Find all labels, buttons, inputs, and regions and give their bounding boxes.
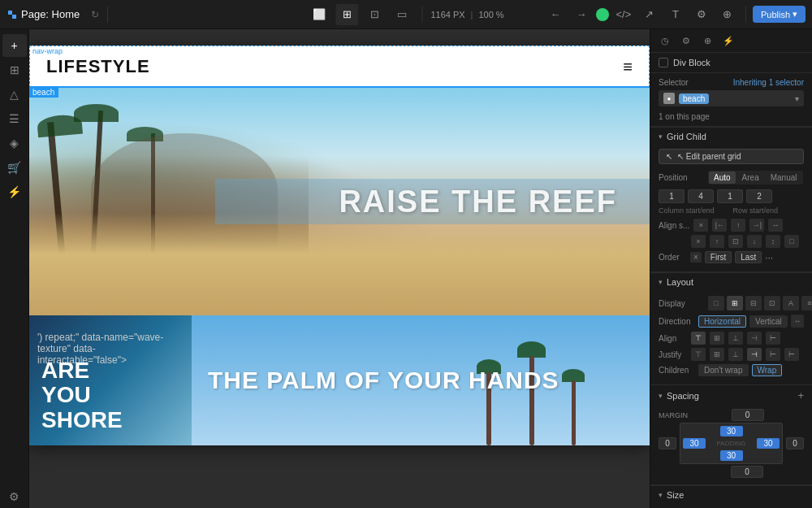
- text-btn[interactable]: T: [664, 4, 687, 25]
- canvas-frame: nav-wrap LIFESTYLE ≡ beach ⊞: [29, 46, 650, 445]
- frame-view-btn[interactable]: ⬜: [308, 4, 330, 25]
- align-top-btn[interactable]: ↑: [710, 235, 724, 248]
- connect-btn[interactable]: ⊕: [716, 4, 739, 25]
- align-row: Align ⊤ ⊞ ⊥ ⊣ ⊢: [659, 330, 804, 346]
- sidebar-item-interactions[interactable]: ⚡: [2, 180, 27, 203]
- position-manual-btn[interactable]: Manual: [766, 172, 802, 184]
- sidebar-item-add[interactable]: +: [2, 34, 27, 57]
- canvas-area[interactable]: nav-wrap LIFESTYLE ≡ beach ⊞: [29, 29, 650, 508]
- display-inline-btn[interactable]: A: [783, 296, 799, 310]
- margin-top-input[interactable]: [732, 409, 764, 421]
- panel-tool-bolt[interactable]: ⚡: [719, 32, 738, 50]
- margin-top-row: MARGIN: [659, 409, 804, 421]
- redo-btn[interactable]: →: [570, 4, 593, 25]
- justify-start-btn[interactable]: ⊤: [691, 348, 706, 361]
- padding-top-input[interactable]: [720, 426, 743, 436]
- export-btn[interactable]: ↗: [638, 4, 661, 25]
- align-x-btn[interactable]: ×: [693, 219, 708, 232]
- order-more-btn[interactable]: ···: [765, 252, 773, 263]
- justify-around-btn[interactable]: ⊢: [766, 348, 780, 361]
- align-x2-btn[interactable]: ×: [691, 235, 706, 248]
- grid-col-end[interactable]: [688, 189, 714, 203]
- display-grid-btn[interactable]: ⊟: [745, 296, 762, 310]
- align-end-btn[interactable]: ⊥: [728, 332, 743, 345]
- tablet-view-btn[interactable]: ▭: [391, 4, 413, 25]
- publish-button[interactable]: Publish ▾: [753, 6, 806, 23]
- align-label: Align: [659, 334, 687, 343]
- align-start-btn[interactable]: ⊤: [691, 332, 706, 345]
- undo-btn[interactable]: ←: [544, 4, 567, 25]
- beach-section[interactable]: beach ⊞: [29, 88, 650, 315]
- panel-tool-style[interactable]: ◷: [655, 32, 675, 50]
- sidebar-item-layers[interactable]: ⊞: [2, 59, 27, 81]
- no-wrap-btn[interactable]: Don't wrap: [698, 364, 749, 376]
- align-mid-btn[interactable]: ⊡: [728, 235, 743, 248]
- grid-left-title: ARE YOU SHORE: [41, 358, 123, 433]
- justify-between-btn[interactable]: ⊣: [747, 348, 762, 361]
- settings-btn[interactable]: ⚙: [690, 4, 713, 25]
- wrap-btn[interactable]: Wrap: [752, 364, 783, 376]
- direction-vertical-btn[interactable]: Vertical: [749, 315, 788, 328]
- edit-parent-grid-btn[interactable]: ↖ ↖ Edit parent grid: [659, 149, 804, 164]
- align-str2-btn[interactable]: ⊣: [747, 332, 762, 345]
- hamburger-icon[interactable]: ≡: [623, 58, 633, 76]
- spacing-add-btn[interactable]: +: [797, 389, 804, 402]
- sidebar-item-ecommerce[interactable]: 🛒: [2, 156, 27, 179]
- position-area-btn[interactable]: Area: [737, 172, 764, 184]
- align-start-x-btn[interactable]: |←: [712, 219, 727, 232]
- panel-tool-link[interactable]: ⊕: [698, 32, 717, 50]
- sidebar-item-components[interactable]: ◈: [2, 132, 27, 154]
- direction-toggle-btn[interactable]: ↔: [791, 315, 804, 328]
- position-auto-btn[interactable]: Auto: [709, 172, 736, 184]
- grid-child-header[interactable]: ▾ Grid Child: [650, 127, 812, 145]
- separator: [107, 7, 108, 23]
- margin-left-input[interactable]: [659, 437, 676, 449]
- spacing-header[interactable]: ▾ Spacing +: [650, 385, 812, 406]
- inherit-label[interactable]: Inheriting 1 selector: [733, 78, 804, 87]
- margin-top-val: [691, 409, 804, 421]
- display-label: Display: [659, 299, 703, 308]
- align-base-btn[interactable]: □: [784, 235, 799, 248]
- align-stretch-x-btn[interactable]: ↔: [768, 219, 783, 232]
- padding-bottom-input[interactable]: [720, 450, 743, 461]
- align-self-row2: × ↑ ⊡ ↓ ↕ □: [659, 233, 804, 250]
- justify-end-btn[interactable]: ⊥: [728, 348, 743, 361]
- position-row: Position Auto Area Manual: [659, 169, 804, 186]
- padding-left-input[interactable]: [683, 438, 706, 449]
- layout-view-btn[interactable]: ⊞: [335, 4, 358, 25]
- direction-horizontal-btn[interactable]: Horizontal: [698, 315, 746, 328]
- align-center-x-btn[interactable]: ↑: [731, 219, 745, 232]
- display-none-btn[interactable]: □: [708, 296, 724, 310]
- panel-tool-gear[interactable]: ⚙: [676, 32, 696, 50]
- selector-box[interactable]: ● beach ▾: [659, 90, 804, 106]
- layout-header[interactable]: ▾ Layout: [650, 272, 812, 291]
- div-block-checkbox[interactable]: [659, 58, 668, 67]
- display-inline-block-btn[interactable]: ≡: [801, 296, 812, 310]
- align-str-btn[interactable]: ↕: [766, 235, 780, 248]
- grid-col-start[interactable]: [659, 189, 685, 203]
- padding-right-input[interactable]: [757, 438, 780, 449]
- justify-center-btn[interactable]: ⊞: [710, 348, 724, 361]
- align-end-x-btn[interactable]: →|: [749, 219, 764, 232]
- margin-bottom-input[interactable]: [731, 466, 763, 478]
- align-bot-btn[interactable]: ↓: [747, 235, 762, 248]
- grid-row-end[interactable]: [746, 189, 772, 203]
- sidebar-item-settings[interactable]: ⚙: [2, 485, 27, 508]
- code-btn[interactable]: </>: [612, 4, 635, 25]
- grid-view-btn[interactable]: ⊡: [363, 4, 386, 25]
- grid-row-start[interactable]: [717, 189, 743, 203]
- align-base2-btn[interactable]: ⊢: [766, 332, 780, 345]
- sidebar-item-assets[interactable]: △: [2, 83, 27, 106]
- margin-right-input[interactable]: [786, 437, 804, 449]
- size-header[interactable]: ▾ Size: [650, 485, 812, 504]
- align-center-btn[interactable]: ⊞: [710, 332, 724, 345]
- display-block-btn[interactable]: ⊡: [764, 296, 780, 310]
- refresh-icon[interactable]: ↻: [91, 9, 99, 20]
- order-x-btn[interactable]: ×: [690, 252, 702, 263]
- justify-evenly-btn[interactable]: ⊢: [784, 348, 799, 361]
- display-flex-btn[interactable]: ⊞: [727, 296, 743, 310]
- palm-fronds-2: [517, 341, 546, 358]
- padding-box: PADDING: [680, 423, 783, 464]
- sidebar-item-pages[interactable]: ☰: [2, 107, 27, 130]
- selector-dropdown-icon[interactable]: ▾: [795, 94, 799, 103]
